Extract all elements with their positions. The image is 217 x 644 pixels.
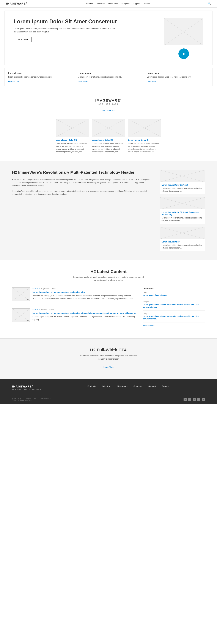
sidebar-item-1-cat: Category [143, 292, 205, 293]
nav-resources[interactable]: Resources [108, 2, 118, 5]
footer: IMAGEWARE® BIOMETRIC IDENTITY SOLUTIONS … [0, 379, 217, 404]
nav-company[interactable]: Company [121, 2, 129, 5]
news-item-1: 3:2 Featured September 5, 2020 Lorem ips… [12, 288, 137, 305]
view-all-news-link[interactable]: View All News › [143, 324, 205, 327]
footer-nav-products[interactable]: Products [88, 385, 96, 387]
instagram-social-icon[interactable]: ◻ [188, 398, 191, 401]
hero-image-placeholder [164, 18, 203, 46]
auth-logo: IMAGEWARE® [6, 98, 211, 102]
cta-learn-more-button[interactable]: Learn More [99, 364, 118, 370]
news-item-1-date: September 5, 2020 [41, 288, 55, 290]
auth-card-1-title: Lorem Ipsum Dolor Sit [56, 139, 89, 141]
youtube-social-icon[interactable]: ▶ [202, 398, 205, 401]
hero-image-area: ▶ [164, 18, 203, 59]
content-grid: 3:2 Featured September 5, 2020 Lorem ips… [12, 288, 205, 330]
footer-nav-company[interactable]: Company [134, 385, 142, 387]
auth-card-1-body: Lorem ipsum dolor sit amet, consetetur s… [56, 142, 89, 153]
tech-title: H2 ImageWare's Revolutionary Multi-Paten… [12, 170, 151, 175]
content-section: H2 Latest Content Lorem ipsum dolor sit … [0, 260, 217, 338]
tech-card-2-image [160, 197, 205, 209]
hero-play-button[interactable]: ▶ [179, 48, 189, 59]
content-sidebar: Other News Category Lorem ipsum dolor si… [143, 288, 205, 330]
cta-section: H2 Full-Width CTA Lorem ipsum dolor sit … [0, 338, 217, 379]
content-subtitle: Lorem ipsum dolor sit amet, consetetur s… [71, 276, 146, 282]
auth-card-2-title: Lorem Ipsum Dolor Sit [92, 139, 125, 141]
feature-cards-section: Lorem Ipsum Lorem ipsum dolor sit amet, … [4, 68, 213, 86]
sidebar-item-1-title: Lorem ipsum dolor sit amet. [143, 294, 205, 296]
nav-industries[interactable]: Industries [97, 2, 105, 5]
footer-nav-industries[interactable]: Industries [102, 385, 111, 387]
news-item-2-ratio: 3:2 [27, 320, 29, 321]
sidebar-title: Other News [143, 288, 205, 290]
content-main: 3:2 Featured September 5, 2020 Lorem ips… [12, 288, 137, 330]
footer-nav-links: Products Industries Resources Company Su… [52, 385, 205, 387]
feature-card-3-title: Lorem Ipsum [147, 72, 209, 74]
feature-card-1-body: Lorem ipsum dolor sit amet, consetetur s… [8, 76, 70, 78]
footer-privacy[interactable]: Privacy Policy [12, 398, 22, 399]
hero-image-svg [164, 18, 203, 46]
sidebar-item-3-cat: Category [143, 313, 205, 314]
footer-brand: IMAGEWARE® BIOMETRIC IDENTITY SOLUTIONS [12, 385, 43, 390]
twitter-social-icon[interactable]: 𝕏 [193, 398, 196, 401]
news-item-1-image: 3:2 [12, 288, 30, 301]
nav-contact[interactable]: Contact [143, 2, 150, 5]
cta-title: H2 Full-Width CTA [6, 348, 211, 352]
email-social-icon[interactable]: ✉ [184, 398, 187, 401]
tech-section: H2 ImageWare's Revolutionary Multi-Paten… [0, 161, 217, 260]
footer-employee-portal[interactable]: Employee Portal [20, 399, 32, 401]
tech-card-2-title: Lorem Ipsum Dolor Sit Amet, Consetetur S… [162, 211, 203, 216]
tech-card-3-image [160, 227, 205, 239]
tech-card-1-title: Lorem Ipsum Dolor Sit Amet [162, 184, 203, 186]
feature-card-3-body: Lorem ipsum dolor sit amet, consetetur s… [147, 76, 209, 78]
feature-card-1-link[interactable]: Learn More [8, 80, 17, 82]
feature-card-2-link[interactable]: Learn More [78, 80, 87, 82]
feature-card-2: Lorem Ipsum Lorem ipsum dolor sit amet, … [74, 68, 143, 86]
news-item-2: 3:2 Featured October 19, 2020 Lorem ipsu… [12, 308, 137, 326]
footer-nav-resources[interactable]: Resources [117, 385, 127, 387]
sidebar-item-2-cat: Category [143, 301, 205, 303]
nav-products[interactable]: Products [85, 2, 93, 5]
sidebar-item-2-title: Lorem ipsum dolor sit amet, consetetur s… [143, 303, 205, 308]
auth-cards: Lorem Ipsum Dolor Sit Lorem ipsum dolor … [6, 119, 211, 153]
auth-section: IMAGEWARE® AUTHENTICATE Start Free Trial… [0, 91, 217, 161]
feature-card-2-title: Lorem Ipsum [78, 72, 140, 74]
tech-card-3: Lorem Ipsum Dolor Lorem ipsum dolor sit … [160, 227, 205, 251]
start-free-trial-button[interactable]: Start Free Trial [98, 108, 119, 113]
footer-policy[interactable]: Policy [12, 399, 16, 401]
auth-card-1-image [56, 119, 89, 137]
main-nav: IMAGEWARE® Products Industries Resources… [0, 0, 217, 8]
news-item-2-image: 3:2 [12, 308, 30, 322]
news-item-2-text: Orchard is partnering with the Animal Di… [32, 315, 137, 321]
cta-body: Lorem ipsum dolor sit amet, consetetur s… [78, 354, 139, 361]
footer-legal: Privacy Policy | Terms of Use | Cookies … [12, 398, 52, 401]
tech-card-2-body: Lorem ipsum dolor sit amet, consetetur s… [162, 216, 203, 222]
sidebar-item-2: Category Lorem ipsum dolor sit amet, con… [143, 301, 205, 311]
news-item-2-body: Featured October 19, 2020 Lorem ipsum do… [32, 308, 137, 322]
feature-card-3-link[interactable]: Learn More [147, 80, 156, 82]
footer-nav-contact[interactable]: Contact [162, 385, 169, 387]
facebook-social-icon[interactable]: f [197, 398, 201, 401]
tech-card-1: Lorem Ipsum Dolor Sit Amet Lorem ipsum d… [160, 170, 205, 194]
auth-card-2: Lorem Ipsum Dolor Sit Lorem ipsum dolor … [92, 119, 125, 153]
news-item-1-text: Point-of-Care Testing (POCT)'s rapid tur… [32, 294, 137, 300]
hero-text: Lorem Ipsum Dolor Sit Amet Consetetur Lo… [14, 18, 118, 42]
nav-search-icon[interactable]: 🔍 [208, 2, 211, 5]
nav-support[interactable]: Support [133, 2, 140, 5]
content-title: H2 Latest Content [12, 269, 205, 274]
nav-links: Products Industries Resources Company Su… [85, 2, 150, 5]
footer-nav-support[interactable]: Support [148, 385, 156, 387]
news-item-2-tag: Featured [32, 309, 39, 311]
footer-social: ✉ ◻ 𝕏 f ▶ [184, 398, 205, 401]
tech-card-1-body: Lorem ipsum dolor sit amet, consetetur s… [162, 187, 203, 192]
hero-cta-button[interactable]: Call to Action [14, 37, 31, 42]
auth-card-3: Lorem Ipsum Dolor Sit Lorem ipsum dolor … [128, 119, 161, 153]
news-item-1-body: Featured September 5, 2020 Lorem ipsum d… [32, 288, 137, 301]
footer-logo: IMAGEWARE® [12, 385, 43, 388]
footer-terms[interactable]: Terms of Use [26, 398, 36, 399]
auth-card-1: Lorem Ipsum Dolor Sit Lorem ipsum dolor … [56, 119, 89, 153]
auth-card-3-title: Lorem Ipsum Dolor Sit [128, 139, 161, 141]
footer-cookies[interactable]: Cookies Policy [40, 398, 50, 399]
news-item-2-date: October 19, 2020 [41, 309, 54, 311]
sidebar-item-1: Category Lorem ipsum dolor sit amet. [143, 292, 205, 299]
footer-logo-sub: BIOMETRIC IDENTITY SOLUTIONS [12, 389, 43, 390]
